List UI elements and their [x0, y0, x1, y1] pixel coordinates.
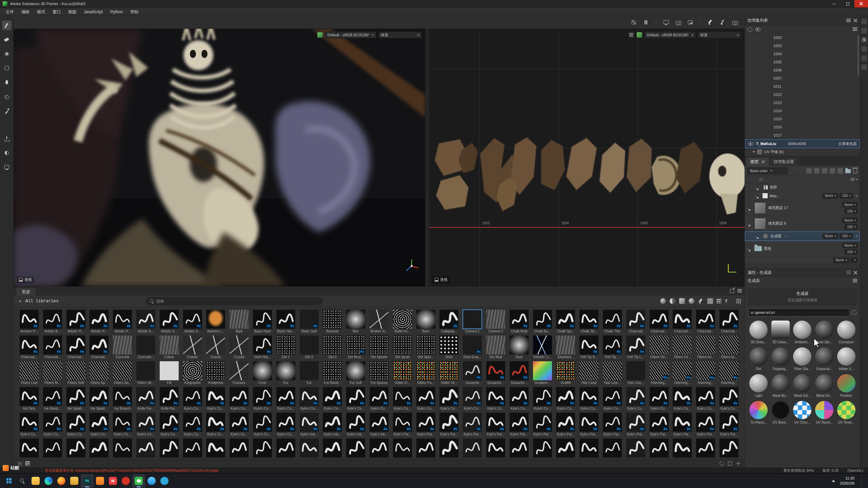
- asset-item[interactable]: Ps Knife Pai...: [135, 387, 157, 410]
- panel-close-icon[interactable]: [853, 271, 857, 274]
- window-titlebar[interactable]: Adobe Substance 3D Painter - KuLouQiShi0…: [0, 0, 868, 8]
- asset-item[interactable]: Ps Chalk Bold: [508, 310, 530, 333]
- texture-set-item[interactable]: 1006: [745, 66, 860, 74]
- asset-item[interactable]: Ps Dirt Splash: [368, 336, 390, 359]
- asset-item[interactable]: Ps Kyle's Co...: [392, 387, 413, 410]
- asset-item[interactable]: Ps Fibers Sp...: [88, 361, 110, 385]
- grid-view-icon[interactable]: [25, 461, 30, 466]
- minimize-button[interactable]: [827, 0, 841, 7]
- close-tab-icon[interactable]: [762, 160, 765, 163]
- texture-set-item[interactable]: 1014: [745, 107, 860, 115]
- search-options-icon[interactable]: [852, 310, 856, 315]
- selected-texture-set-row[interactable]: T_MaKuLiu 4096x4096 主要着色器: [745, 139, 860, 148]
- add-paint-icon[interactable]: [814, 168, 820, 174]
- generator-item[interactable]: Inflate S...: [836, 347, 856, 371]
- blend-mode-select[interactable]: Norm: [823, 193, 838, 199]
- asset-item[interactable]: Ps Charcoal...: [42, 336, 63, 359]
- generator-item[interactable]: Ambient...: [792, 321, 813, 344]
- texture-set-item[interactable]: 1017: [745, 131, 860, 139]
- view-mode-dropdown[interactable]: 材质: [378, 32, 422, 38]
- layer-row[interactable]: ⋯ 63 ×: [745, 176, 860, 183]
- asset-item[interactable]: Ps Cement 2: [485, 310, 507, 333]
- close-button[interactable]: [854, 0, 868, 7]
- asset-item[interactable]: Ps Kyle's Co...: [672, 387, 693, 410]
- paint-brush-tool[interactable]: [2, 21, 12, 30]
- asset-item[interactable]: Ps Kyle's Co...: [18, 413, 40, 436]
- generator-item[interactable]: Metal Ed...: [814, 374, 835, 398]
- asset-item[interactable]: Ps Ivy Branch: [112, 387, 133, 410]
- channel-dropdown[interactable]: Base color: [748, 167, 788, 174]
- firefox-app[interactable]: [55, 474, 68, 488]
- color-profile-dropdown[interactable]: Default - sRGB IEC6196¹: [645, 32, 696, 38]
- asset-item[interactable]: Ps Gouache...: [485, 361, 507, 385]
- asset-item[interactable]: [112, 439, 133, 458]
- asset-item[interactable]: Ps Kyle's Co...: [601, 387, 623, 410]
- wps-app[interactable]: W: [106, 474, 119, 488]
- asset-item[interactable]: Ps Kyle's Co...: [578, 387, 600, 410]
- asset-item[interactable]: Ps Kyle's Co...: [438, 387, 460, 410]
- asset-item[interactable]: Ps Kyle's Co...: [112, 413, 133, 436]
- visibility-icon[interactable]: [755, 27, 761, 32]
- section-menu-icon[interactable]: [853, 279, 857, 283]
- asset-item[interactable]: [345, 439, 367, 458]
- asset-item[interactable]: Ps Kyle's Co...: [205, 387, 226, 410]
- asset-item[interactable]: Ps Cement 1: [461, 310, 483, 333]
- tab-assets[interactable]: 资源: [16, 288, 35, 296]
- asset-item[interactable]: Ps Kyle's Pai...: [392, 413, 413, 436]
- asset-item[interactable]: Ps Kyle's Co...: [182, 413, 203, 436]
- asset-item[interactable]: Ps Gradient...: [532, 361, 553, 385]
- generator-section-header[interactable]: 生成器: [745, 277, 860, 285]
- menu-item[interactable]: 编辑: [18, 8, 33, 16]
- texture-set-item[interactable]: 1002: [745, 34, 860, 42]
- asset-item[interactable]: Ps Kyle's Co...: [228, 413, 250, 436]
- qq-app[interactable]: [145, 474, 158, 488]
- start-button[interactable]: [2, 474, 16, 488]
- add-effect-icon[interactable]: [806, 168, 812, 174]
- asset-item[interactable]: [508, 439, 530, 458]
- add-anchor-icon[interactable]: [837, 168, 843, 174]
- asset-item[interactable]: Ps Kyle's Pai...: [578, 413, 600, 436]
- filter-smart-masks-icon[interactable]: [679, 298, 685, 304]
- generator-item[interactable]: Curvature: [836, 321, 856, 344]
- layer-row[interactable]: Mas... ⋯ Norm 100 ×: [745, 191, 860, 200]
- generator-item[interactable]: Mask Bu...: [770, 374, 791, 398]
- asset-item[interactable]: Ps Dots Eras...: [461, 336, 483, 359]
- camera-mode-button[interactable]: [673, 18, 683, 27]
- asset-item[interactable]: Ps Charcoal...: [648, 310, 670, 333]
- menu-item[interactable]: 帮助: [126, 8, 142, 16]
- add-filter-icon[interactable]: [830, 168, 835, 174]
- asset-item[interactable]: Ps Charcoal...: [88, 336, 110, 359]
- texture-set-item[interactable]: 1007: [745, 74, 860, 82]
- disable-mask-button[interactable]: [629, 18, 639, 27]
- asset-item[interactable]: [438, 439, 460, 458]
- opacity-select[interactable]: 100: [845, 208, 858, 214]
- asset-item[interactable]: Ps Calligrap...: [438, 310, 460, 333]
- asset-item[interactable]: [625, 439, 647, 458]
- asset-item[interactable]: [672, 439, 693, 458]
- display-settings-button[interactable]: [2, 162, 12, 172]
- asset-item[interactable]: [182, 439, 203, 458]
- asset-item[interactable]: Ps Charcoal...: [695, 310, 716, 333]
- asset-item[interactable]: [321, 439, 343, 458]
- screenshot-button[interactable]: [730, 18, 740, 27]
- texture-set-item[interactable]: 1011: [745, 82, 860, 90]
- refresh-icon[interactable]: [718, 460, 725, 466]
- asset-item[interactable]: Ps Kyle's Co...: [345, 387, 367, 410]
- asset-item[interactable]: Ps Autumn L...: [205, 310, 226, 333]
- telegram-app[interactable]: [158, 474, 171, 488]
- asset-item[interactable]: [368, 439, 390, 458]
- asset-item[interactable]: Ps Kyle's Co...: [415, 387, 437, 410]
- asset-item[interactable]: Ps Glitter St...: [438, 361, 460, 385]
- asset-item[interactable]: [461, 439, 483, 458]
- uv-grid-icon[interactable]: [628, 32, 634, 38]
- folder-app[interactable]: [68, 474, 81, 488]
- blend-mode-select[interactable]: Norm: [823, 233, 838, 239]
- asset-item[interactable]: Ps Artistic P...: [112, 310, 133, 333]
- asset-item[interactable]: Ps Fibers Fe...: [672, 336, 693, 359]
- asset-item[interactable]: Ps Dark Hat...: [252, 336, 273, 359]
- asset-item[interactable]: Ps Charcoal...: [18, 336, 40, 359]
- asset-item[interactable]: Ps Fur Sparse: [368, 361, 390, 385]
- asset-item[interactable]: Ps Ink Splatt...: [65, 387, 87, 410]
- tray-chevron-icon[interactable]: [832, 478, 835, 482]
- asset-item[interactable]: [601, 439, 623, 458]
